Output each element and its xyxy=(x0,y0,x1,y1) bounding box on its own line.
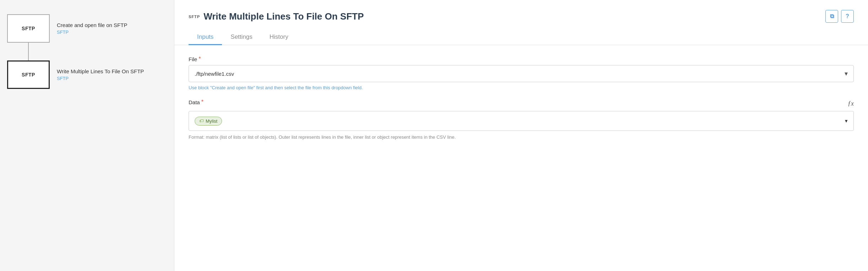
tag-label: Mylist xyxy=(206,118,217,124)
file-select[interactable]: ./ftp/newfile1.csv ▾ xyxy=(189,65,854,82)
node2-label: SFTP xyxy=(22,72,35,78)
tag-container: 🏷 Mylist xyxy=(195,117,222,126)
node1-title: Create and open file on SFTP xyxy=(57,22,127,28)
tag-icon: 🏷 xyxy=(199,118,204,123)
data-field-group: Data * ƒx 🏷 Mylist ▾ Format: matrix (lis… xyxy=(189,99,854,141)
node1-group: SFTP Create and open file on SFTP SFTP xyxy=(7,14,127,43)
panel-title: SFTP Write Multiple Lines To File On SFT… xyxy=(189,11,364,22)
file-value: ./ftp/newfile1.csv xyxy=(195,71,234,77)
data-required-star: * xyxy=(201,99,204,105)
data-label: Data * xyxy=(189,99,204,105)
node1-box[interactable]: SFTP xyxy=(7,14,50,43)
node2-subtitle: SFTP xyxy=(57,76,144,81)
data-hint: Format: matrix (list of lists or list of… xyxy=(189,134,854,141)
file-hint: Use block "Create and open file" first a… xyxy=(189,85,854,90)
tab-settings[interactable]: Settings xyxy=(222,30,261,45)
node2-group: SFTP Write Multiple Lines To File On SFT… xyxy=(7,60,144,89)
right-panel: SFTP Write Multiple Lines To File On SFT… xyxy=(174,0,868,271)
help-icon: ? xyxy=(846,13,849,20)
sftp-badge: SFTP xyxy=(189,15,200,19)
panel-header: SFTP Write Multiple Lines To File On SFT… xyxy=(174,0,868,45)
file-required-star: * xyxy=(199,56,201,62)
connector-line xyxy=(28,43,29,60)
data-field-header: Data * ƒx xyxy=(189,99,854,108)
file-label: File * xyxy=(189,56,854,62)
title-row: SFTP Write Multiple Lines To File On SFT… xyxy=(189,10,854,23)
node2-info: Write Multiple Lines To File On SFTP SFT… xyxy=(57,68,144,81)
file-field-group: File * ./ftp/newfile1.csv ▾ Use block "C… xyxy=(189,56,854,90)
data-chevron-icon: ▾ xyxy=(845,118,848,124)
tabs-bar: Inputs Settings History xyxy=(189,30,854,45)
tab-history[interactable]: History xyxy=(261,30,297,45)
mylist-tag[interactable]: 🏷 Mylist xyxy=(195,117,222,126)
left-panel: SFTP Create and open file on SFTP SFTP S… xyxy=(0,0,174,271)
page-title: Write Multiple Lines To File On SFTP xyxy=(204,11,364,22)
help-icon-button[interactable]: ? xyxy=(841,10,854,23)
node1-subtitle: SFTP xyxy=(57,30,127,35)
data-select[interactable]: 🏷 Mylist ▾ xyxy=(189,111,854,131)
file-chevron-icon: ▾ xyxy=(845,70,848,78)
fx-icon[interactable]: ƒx xyxy=(848,100,854,107)
node2-title: Write Multiple Lines To File On SFTP xyxy=(57,68,144,74)
node2-box[interactable]: SFTP xyxy=(7,60,50,89)
header-icons: ⧉ ? xyxy=(825,10,854,23)
panel-body: File * ./ftp/newfile1.csv ▾ Use block "C… xyxy=(174,45,868,271)
node1-label: SFTP xyxy=(22,26,35,31)
link-icon-button[interactable]: ⧉ xyxy=(825,10,838,23)
tab-inputs[interactable]: Inputs xyxy=(189,30,222,45)
link-icon: ⧉ xyxy=(830,13,834,20)
node1-info: Create and open file on SFTP SFTP xyxy=(57,22,127,35)
